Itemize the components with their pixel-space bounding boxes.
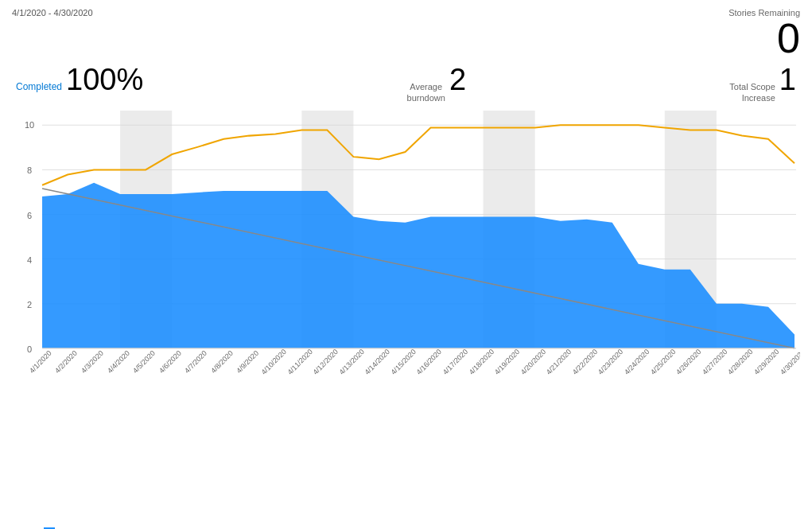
stories-remaining-value: 0 (728, 18, 800, 59)
svg-text:4/9/2020: 4/9/2020 (235, 348, 260, 374)
svg-text:4/24/2020: 4/24/2020 (623, 348, 651, 376)
svg-text:4/29/2020: 4/29/2020 (752, 348, 780, 376)
svg-text:4/14/2020: 4/14/2020 (363, 348, 391, 376)
svg-text:4/3/2020: 4/3/2020 (80, 348, 105, 374)
svg-text:4/10/2020: 4/10/2020 (260, 348, 288, 376)
svg-text:4/4/2020: 4/4/2020 (106, 348, 131, 374)
svg-text:6: 6 (27, 210, 32, 220)
svg-text:8: 8 (27, 165, 32, 174)
svg-text:4/28/2020: 4/28/2020 (726, 348, 754, 376)
total-scope-label1: Total Scope (729, 81, 775, 92)
svg-text:4/22/2020: 4/22/2020 (571, 348, 599, 376)
svg-text:4/17/2020: 4/17/2020 (441, 348, 469, 376)
svg-text:4/25/2020: 4/25/2020 (649, 348, 677, 376)
svg-text:4/5/2020: 4/5/2020 (131, 348, 157, 374)
completed-stat: Completed 100% (16, 63, 143, 97)
svg-text:4/15/2020: 4/15/2020 (390, 348, 418, 376)
total-scope-label2: Increase (729, 92, 775, 103)
header-row: 4/1/2020 - 4/30/2020 Stories Remaining 0 (12, 8, 800, 59)
svg-text:4/26/2020: 4/26/2020 (674, 348, 702, 376)
svg-text:4/13/2020: 4/13/2020 (338, 348, 366, 376)
stories-remaining-panel: Stories Remaining 0 (728, 8, 800, 59)
svg-text:4/19/2020: 4/19/2020 (493, 348, 521, 376)
svg-text:4/30/2020: 4/30/2020 (779, 348, 800, 376)
chart-area: 10 8 6 4 2 0 (12, 111, 800, 524)
stats-row: Completed 100% Average burndown 2 Total … (12, 63, 800, 104)
svg-text:10: 10 (25, 120, 34, 130)
avg-burndown-value: 2 (449, 63, 466, 97)
svg-text:4/20/2020: 4/20/2020 (519, 348, 547, 376)
svg-text:4/12/2020: 4/12/2020 (312, 348, 340, 376)
svg-text:4/8/2020: 4/8/2020 (209, 348, 235, 374)
chart-svg: 10 8 6 4 2 0 (12, 111, 800, 524)
svg-text:4/18/2020: 4/18/2020 (468, 348, 495, 376)
total-scope-value: 1 (779, 63, 796, 97)
avg-burndown-label2: burndown (407, 92, 445, 103)
main-container: 4/1/2020 - 4/30/2020 Stories Remaining 0… (0, 0, 812, 529)
svg-text:4/2/2020: 4/2/2020 (53, 348, 79, 374)
svg-text:2: 2 (27, 299, 32, 309)
svg-text:4/23/2020: 4/23/2020 (596, 348, 624, 376)
avg-burndown-label1: Average (407, 81, 445, 92)
total-scope-stat: Total Scope Increase 1 (729, 63, 796, 104)
svg-text:4/7/2020: 4/7/2020 (183, 348, 208, 374)
svg-text:4: 4 (27, 255, 32, 264)
svg-text:0: 0 (27, 344, 32, 353)
completed-label: Completed (16, 81, 62, 92)
svg-text:4/21/2020: 4/21/2020 (545, 348, 573, 376)
svg-text:4/6/2020: 4/6/2020 (157, 348, 183, 374)
avg-burndown-stat: Average burndown 2 (407, 63, 466, 104)
svg-text:4/16/2020: 4/16/2020 (415, 348, 443, 376)
date-range: 4/1/2020 - 4/30/2020 (12, 8, 93, 18)
svg-text:4/27/2020: 4/27/2020 (701, 348, 728, 376)
completed-value: 100% (66, 63, 143, 97)
svg-text:4/11/2020: 4/11/2020 (286, 348, 314, 376)
